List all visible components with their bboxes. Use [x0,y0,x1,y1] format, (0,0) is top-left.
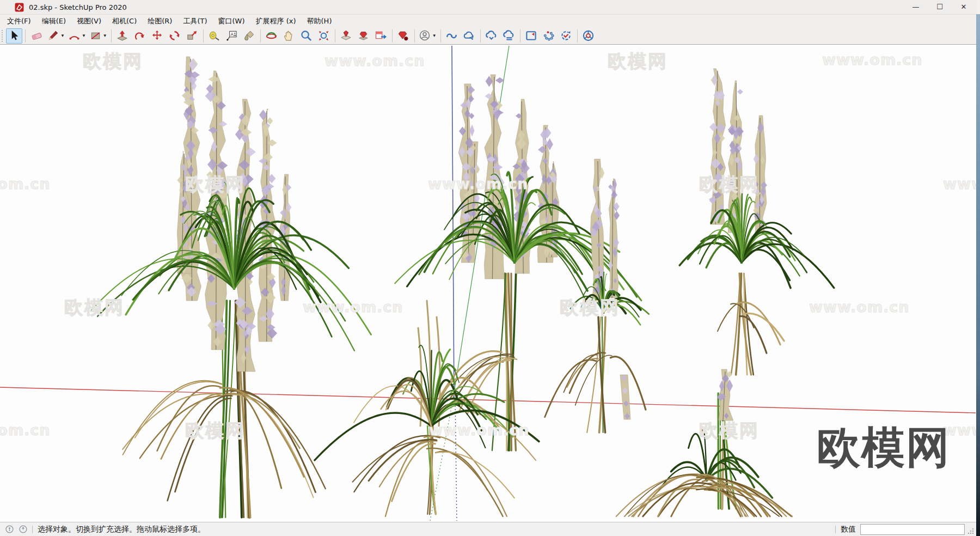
plant-clump-grass-midright[interactable] [545,159,649,433]
menu-item-4[interactable]: 相机(C) [108,15,141,27]
dotsring-icon [542,29,555,42]
resize-grip[interactable] [967,527,975,535]
orbit-tool[interactable] [264,28,280,44]
followme-icon [133,29,146,42]
menu-item-9[interactable]: 帮助(H) [303,15,336,27]
minimize-button[interactable]: — [904,0,928,14]
toolbar-separator [440,29,441,42]
toolbar-separator [520,29,520,42]
browser-button[interactable] [580,28,597,44]
paint-icon [243,29,255,42]
titlebar: 02.skp - SketchUp Pro 2020 — ☐ ✕ [0,0,980,15]
sketchup-logo-icon [15,3,24,12]
measurements-input[interactable] [860,524,965,535]
toolbar-separator [203,29,204,42]
gempoly-icon [357,29,370,42]
pan-tool[interactable] [281,28,297,44]
zoom-tool[interactable] [298,28,315,44]
menu-item-1[interactable]: 文件(F) [3,15,35,27]
scale-tool[interactable] [184,28,200,44]
arc-icon [68,29,81,42]
particles-button[interactable] [541,28,557,44]
viewport-canvas[interactable]: 欧模网www.om.cn欧模网www.om.cnwww.om.cn欧模网www.… [0,45,980,522]
model-scene[interactable] [0,45,980,522]
plant-clump-grass-bottomright[interactable] [616,369,792,516]
cloudsync-icon [503,29,515,42]
svg-text:A1: A1 [231,32,236,37]
dropdown-arrow-icon[interactable]: ▼ [432,33,437,38]
export-model-button[interactable] [373,28,389,44]
dropdown-arrow-icon[interactable]: ▼ [103,33,107,38]
toolbar-grip-handle[interactable] [1,29,4,42]
statusbar: 选择对象。切换到扩充选择。拖动鼠标选择多项。 数值 [0,522,980,536]
menu-item-3[interactable]: 视图(V) [72,15,106,27]
menu-item-2[interactable]: 编辑(E) [38,15,70,27]
maximize-button[interactable]: ☐ [928,0,952,14]
plant-clump-grass-left[interactable] [91,57,371,517]
zoom-extents-tool[interactable] [316,28,332,44]
cloud-download-button[interactable] [483,28,500,44]
tape-measure-tool[interactable] [206,28,223,44]
eraser-icon [30,29,43,42]
status-geolocation-icon[interactable] [5,525,14,533]
dropdown-arrow-icon[interactable]: ▼ [82,33,86,38]
menu-item-6[interactable]: 工具(T) [179,15,211,27]
plugin-model-button[interactable] [356,28,372,44]
cloud-sync-button[interactable] [501,28,517,44]
zoomext-icon [317,29,330,42]
chromecircle-icon [582,29,595,42]
cloudshare-icon [463,29,475,42]
pencil-icon [47,29,59,42]
arc-tool[interactable]: ▼ [67,28,87,44]
menu-item-5[interactable]: 绘图(R) [143,15,176,27]
account-icon [419,29,431,42]
account-button[interactable]: ▼ [418,28,438,44]
toolbar-separator [111,29,112,42]
dropdown-arrow-icon[interactable]: ▼ [60,33,65,38]
clouddown-icon [485,29,498,42]
cloud-share-button[interactable] [461,28,477,44]
plugin-component-button[interactable] [338,28,354,44]
exportarrow-icon [375,29,387,42]
toolbar-separator [577,29,578,42]
plant-clump-grass-right[interactable] [679,69,834,375]
line-tool[interactable]: ▼ [46,28,66,44]
window-controls: — ☐ ✕ [904,0,976,14]
select-icon [8,29,21,42]
toolbar-separator [414,29,415,42]
toolbar-separator [260,29,261,42]
pushpull-icon [116,29,128,42]
zoom-icon [300,29,313,42]
menu-item-8[interactable]: 扩展程序 (x) [252,15,301,27]
gemgear-icon [397,29,409,42]
followme-tool[interactable] [132,28,148,44]
refreshcheck-icon [560,29,572,42]
select-tool[interactable] [6,28,22,44]
rotate-tool[interactable] [167,28,183,44]
pushpull-tool[interactable] [114,28,131,44]
window-title: 02.skp - SketchUp Pro 2020 [29,3,127,11]
status-credits-icon[interactable] [19,525,27,533]
gembox-icon [340,29,352,42]
rotate-icon [168,29,181,42]
plugin-settings-button[interactable] [395,28,412,44]
window-right-edge [976,0,980,536]
close-button[interactable]: ✕ [952,0,976,14]
text-tool[interactable]: A1 [224,28,240,44]
statusbar-divider [835,526,836,533]
status-message: 选择对象。切换到扩充选择。拖动鼠标选择多项。 [38,525,205,534]
toolbar-separator [392,29,393,42]
paint-bucket-tool[interactable] [241,28,258,44]
statusbar-divider [32,526,33,533]
menu-item-7[interactable]: 窗口(W) [214,15,249,27]
viewport-frame-button[interactable] [523,28,540,44]
move-tool[interactable] [149,28,166,44]
eraser-tool[interactable] [28,28,45,44]
cloud-link-button[interactable] [444,28,460,44]
menubar: 文件(F)编辑(E)视图(V)相机(C)绘图(R)工具(T)窗口(W)扩展程序 … [0,15,980,27]
scale-icon [186,29,198,42]
tape-icon [208,29,220,42]
rectangle-tool[interactable]: ▼ [88,28,108,44]
refresh-check-button[interactable] [558,28,574,44]
rect-icon [89,29,102,42]
